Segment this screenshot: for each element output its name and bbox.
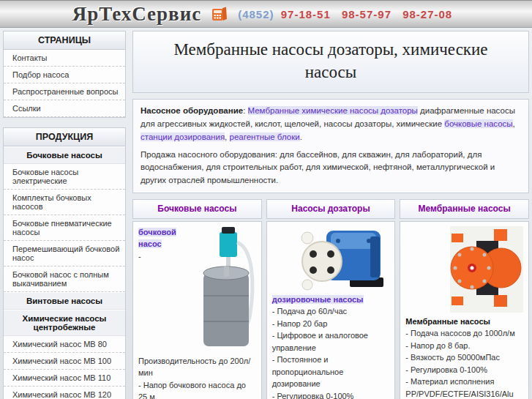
spec-line: - Регулировка 0-100% [272, 390, 390, 399]
spec-line: - Вязкость до 50000мПас [405, 351, 523, 364]
sidebar-item[interactable]: Химический насос МВ 80 [4, 336, 125, 353]
sidebar-item[interactable]: Химический насос МВ 110 [4, 370, 125, 387]
spec-line: - Регулировка 0-100% [405, 364, 523, 376]
spec-line: - Напор до 8 бар. [405, 340, 523, 352]
sidebar-item-contacts[interactable]: Контакты [4, 50, 125, 67]
page-body: СТРАНИЦЫ Контакты Подбор насоса Распрост… [0, 28, 532, 399]
pages-panel-title: СТРАНИЦЫ [4, 31, 125, 50]
spec-line: - Постоянное и пропорциональное дозирова… [272, 354, 390, 390]
spec-line: - Напор 20 бар [272, 318, 390, 330]
link-barrel-pumps[interactable]: бочковые насосы [444, 119, 512, 128]
card-barrel-pumps-title[interactable]: Бочковые насосы [132, 199, 262, 219]
card-membrane-pumps-body: Мембранные насосы - Подача насосов до 10… [400, 221, 529, 399]
card-barrel-pumps-body: бочковой насос - Производительность до 2… [132, 221, 262, 399]
main-content: Мембранные насосы дозаторы, химические н… [132, 31, 529, 399]
spec-line: - Подача до 60л/час [272, 305, 390, 318]
fax-phone-icon [211, 6, 228, 22]
sidebar-item-pump-selection[interactable]: Подбор насоса [4, 67, 125, 83]
intro-period: . [300, 133, 302, 141]
site-logo[interactable]: ЯрТехСервис [72, 3, 201, 26]
sidebar-group-chemical-centrifugal[interactable]: Химические насосы центробежные [4, 310, 125, 336]
spec-line: - Материал исполнения PP/PVDF/ECTFE/AISI… [405, 376, 523, 399]
link-dosing-pumps[interactable]: дозировочные насосы [272, 295, 364, 304]
intro-lead: Насосное оборудование [141, 106, 243, 115]
sidebar-item[interactable]: Химический насос МВ 120 [4, 387, 125, 399]
link-reagent-blocks[interactable]: реагентные блоки [230, 133, 300, 141]
top-header-bar: ЯрТехСервис (4852) 97-18-51 98-57-97 98-… [0, 0, 532, 28]
sidebar-item-links[interactable]: Ссылки [4, 100, 125, 117]
card-dosing-pumps-title[interactable]: Насосы дозаторы [266, 199, 396, 219]
phone-numbers: (4852) 97-18-51 98-57-97 98-27-08 [238, 8, 460, 20]
spec-line: - Подача насосов до 1000л/м [405, 327, 523, 340]
sidebar-group-barrel-pumps[interactable]: Бочковые насосы [4, 146, 125, 164]
card-barrel-pumps: Бочковые насосы бочковой насо [132, 199, 262, 399]
product-cards-row-1: Бочковые насосы бочковой насо [132, 199, 529, 399]
phone-number: 98-27-08 [402, 8, 452, 20]
products-panel-title: ПРОДУКЦИЯ [4, 128, 125, 146]
phone-number: 97-18-51 [281, 8, 331, 20]
sidebar-item[interactable]: Бочковой насос с полным выкачиванием [4, 266, 125, 292]
spec-line: - Напор бочкового насоса до 25 м. [138, 379, 256, 399]
intro-sep: , [225, 133, 229, 141]
intro-colon: : [243, 106, 247, 115]
phone-area-code: (4852) [238, 8, 274, 20]
intro-text-box: Насосное оборудование: Мембранные химиче… [132, 99, 529, 193]
dosing-pump-image[interactable] [293, 226, 389, 291]
phone-number: 98-57-97 [342, 8, 391, 20]
link-dosing-stations[interactable]: станции дозирования [141, 133, 225, 141]
sidebar-item[interactable]: Бочковые пневматические насосы [4, 215, 125, 241]
card-membrane-pumps-title[interactable]: Мембранные насосы [400, 199, 529, 219]
pages-panel: СТРАНИЦЫ Контакты Подбор насоса Распрост… [3, 31, 126, 118]
card-subtitle: Мембранные насосы [405, 317, 490, 326]
card-dosing-pumps-body: дозировочные насосы - Подача до 60л/час … [266, 221, 396, 399]
intro-sep: , [513, 119, 515, 128]
sidebar-item[interactable]: Перемешивающий бочковой насос [4, 241, 125, 266]
page-title: Мембранные насосы дозаторы, химические н… [132, 31, 529, 93]
link-barrel-pump[interactable]: бочковой насос [138, 228, 176, 249]
card-dosing-pumps: Насосы дозаторы до [266, 199, 396, 399]
barrel-pump-image[interactable] [198, 226, 256, 352]
intro-paragraph-1: Насосное оборудование: Мембранные химиче… [141, 105, 521, 143]
intro-paragraph-2: Продажа насосного оборудования: для басс… [141, 149, 521, 187]
products-panel: ПРОДУКЦИЯ Бочковые насосы Бочковые насос… [3, 127, 126, 399]
sidebar-item-faq[interactable]: Распространенные вопросы [4, 83, 125, 100]
sidebar-group-screw-pumps[interactable]: Винтовые насосы [4, 292, 125, 310]
sidebar-item[interactable]: Бочковые насосы электрические [4, 164, 125, 190]
sidebar: СТРАНИЦЫ Контакты Подбор насоса Распрост… [3, 31, 126, 399]
sidebar-item[interactable]: Комплекты бочковых насосов [4, 190, 125, 215]
sidebar-item[interactable]: Химический насос МВ 100 [4, 353, 125, 370]
link-membrane-dosing-pumps[interactable]: Мембранные химические насосы дозаторы [248, 106, 418, 115]
membrane-pump-image[interactable] [450, 226, 523, 313]
card-membrane-pumps: Мембранные насосы [400, 199, 529, 399]
spec-line: - Цифровое и аналоговое управление [272, 329, 390, 354]
